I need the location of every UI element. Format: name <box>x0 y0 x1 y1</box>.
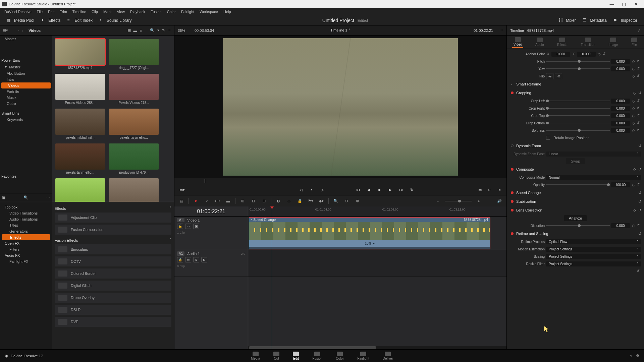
menu-davinci[interactable]: DaVinci Resolve <box>2 9 34 15</box>
crop-bottom-input[interactable]: 0.000 <box>611 121 630 126</box>
page-deliver[interactable]: Deliver <box>383 352 393 360</box>
fx-item[interactable]: Adjustment Clip <box>55 213 171 223</box>
clip-card[interactable] <box>55 178 105 202</box>
crop-left-input[interactable]: 0.000 <box>611 99 630 104</box>
fx-tree-item-effects[interactable]: Effects <box>2 234 50 240</box>
page-media[interactable]: Media <box>251 352 260 360</box>
scaling-dropdown[interactable]: Project Settings˅ <box>546 254 641 259</box>
playhead[interactable] <box>272 206 272 349</box>
fx-item[interactable]: DVE <box>55 317 171 327</box>
fx-item[interactable]: CCTV <box>55 256 171 266</box>
viewer-scrubbar[interactable] <box>174 178 506 184</box>
section-dynamic-zoom[interactable]: Dynamic Zoom↺ <box>509 141 641 150</box>
audiofx-header[interactable]: Audio FX <box>1 252 51 258</box>
zoom-in-icon[interactable]: + <box>475 197 482 205</box>
fx-tree-item[interactable]: Fairlight FX <box>1 258 51 264</box>
menu-view[interactable]: View <box>114 9 127 15</box>
bin-item[interactable]: Abo Button <box>0 70 52 76</box>
track-enable-icon[interactable]: ▣ <box>193 224 199 229</box>
search-icon[interactable]: 🔍 <box>150 28 155 33</box>
page-fairlight[interactable]: Fairlight <box>357 352 369 360</box>
menu-clip[interactable]: Clip <box>89 9 100 15</box>
overwrite-icon[interactable]: ⊞ <box>239 197 246 205</box>
fit-icon[interactable]: ⊟ <box>260 197 268 205</box>
reset-icon[interactable]: ↺ <box>637 66 641 71</box>
reset-icon[interactable]: ↺ <box>637 59 641 64</box>
menu-color[interactable]: Color <box>165 9 178 15</box>
crop-right-slider[interactable] <box>546 108 610 109</box>
section-cropping[interactable]: Cropping◇↺ <box>509 88 641 97</box>
home-icon[interactable]: ⌂ <box>630 354 632 358</box>
speed-dropdown-icon[interactable]: ▾ <box>373 242 375 245</box>
editindex-toggle[interactable]: ≡Edit Index <box>64 16 96 24</box>
keyframe-icon[interactable]: ◇ <box>631 74 635 78</box>
zoom-detail-icon[interactable]: ⊕ <box>354 197 361 205</box>
blade-tool-icon[interactable]: ⟷ <box>214 197 221 205</box>
fx-item[interactable]: Fusion Composition <box>55 225 171 235</box>
clip-card[interactable]: dog_-_4727 (Origi... <box>109 39 159 70</box>
lock-icon[interactable]: 🔒 <box>296 197 304 205</box>
resize-filter-dropdown[interactable]: Project Settings˅ <box>546 261 641 266</box>
timeline-name[interactable]: Timeline 1 ˅ <box>330 28 350 33</box>
fx-item[interactable]: DSLR <box>55 305 171 315</box>
reset-icon[interactable]: ↺ <box>638 144 641 148</box>
retime-process-dropdown[interactable]: Optical Flow˅ <box>546 239 641 244</box>
zoom-fit-icon[interactable]: ⊙ <box>343 197 350 205</box>
page-cut[interactable]: Cut <box>273 352 279 360</box>
tab-effects[interactable]: Effects <box>556 37 569 48</box>
menu-file[interactable]: File <box>35 9 45 15</box>
fx-tree-item[interactable]: Titles <box>1 222 51 228</box>
clip-card[interactable]: Pexels Videos 278... <box>109 74 159 105</box>
overlay-icon[interactable]: ▭▾ <box>179 187 185 193</box>
powerbin-master[interactable]: Master <box>0 64 52 70</box>
clip-card[interactable]: pexels-taryn-ellio... <box>109 109 159 139</box>
keyframe-icon[interactable]: ◇ <box>633 91 636 95</box>
timeline-tracks[interactable]: 01:00:00:00 01:01:04:00 01:02:08:00 01:0… <box>248 206 506 349</box>
track-autoselect-icon[interactable]: ▭ <box>185 224 191 229</box>
fx-item[interactable]: Drone Overlay <box>55 293 171 303</box>
yaw-input[interactable]: 0.000 <box>611 66 630 71</box>
bin-item-videos[interactable]: Videos <box>1 82 51 88</box>
bin-item[interactable]: Intro <box>0 76 52 82</box>
clip-card[interactable]: production ID 476... <box>109 143 159 174</box>
clip-card[interactable] <box>109 178 159 202</box>
crop-bottom-slider[interactable] <box>546 123 610 123</box>
yaw-slider[interactable] <box>546 68 610 69</box>
retain-position-checkbox[interactable] <box>546 136 550 140</box>
track-lock-icon[interactable]: 🔒 <box>177 224 183 229</box>
stop-icon[interactable]: ■ <box>376 187 382 193</box>
bin-options-icon[interactable]: ⋯ <box>46 195 50 200</box>
last-frame-icon[interactable]: ⏭ <box>398 187 404 193</box>
reset-icon[interactable]: ↺ <box>637 269 641 274</box>
maximize-button[interactable]: ▢ <box>618 2 630 7</box>
fx-tree-item[interactable]: Audio Transitions <box>1 216 51 222</box>
track-mute-icon[interactable]: M <box>201 257 207 262</box>
page-fusion[interactable]: Fusion <box>312 352 322 360</box>
viewer[interactable] <box>174 36 506 178</box>
keyframe-icon[interactable]: ◇ <box>631 67 635 71</box>
flag-icon[interactable]: ⚑▾ <box>307 197 314 205</box>
menu-edit[interactable]: Edit <box>46 9 57 15</box>
prev-frame-icon[interactable]: ◀ <box>366 187 372 193</box>
section-composite[interactable]: Composite◇↺ <box>509 165 641 174</box>
clip-card[interactable]: pexels-taryn-ellio... <box>55 143 105 174</box>
clip-card[interactable]: 657518728.mp4 <box>55 39 105 70</box>
options-icon[interactable]: ⋯ <box>168 28 171 33</box>
link-icon[interactable]: ∞ <box>285 197 293 205</box>
keyframe-icon[interactable]: ◇ <box>631 59 635 63</box>
pitch-input[interactable]: 0.000 <box>611 59 630 64</box>
menu-trim[interactable]: Trim <box>57 9 69 15</box>
first-frame-icon[interactable]: ⏮ <box>355 187 361 193</box>
section-speed-change[interactable]: Speed Change↺ <box>509 188 641 197</box>
audio-icon[interactable]: 🔊 <box>496 197 503 205</box>
list-view-icon[interactable]: ≡ <box>140 28 142 33</box>
toolbox-header[interactable]: Toolbox <box>1 204 51 210</box>
fx-item[interactable]: Colored Border <box>55 268 171 279</box>
clip-card[interactable]: pexels-mikhail-nil... <box>55 109 105 139</box>
track-autoselect-icon[interactable]: ▭ <box>185 257 191 262</box>
distortion-slider[interactable] <box>546 225 610 226</box>
nav-back-icon[interactable]: ‹ <box>18 28 19 33</box>
motion-estimation-dropdown[interactable]: Project Settings˅ <box>546 247 641 252</box>
menu-workspace[interactable]: Workspace <box>197 9 220 15</box>
bin-item[interactable]: Fortnite <box>0 88 52 95</box>
